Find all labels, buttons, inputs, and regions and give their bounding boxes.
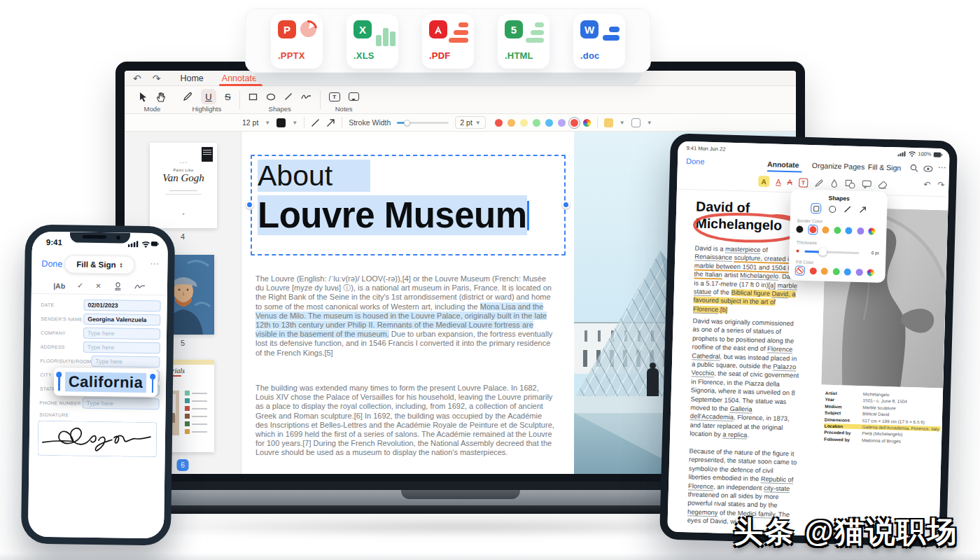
fill-orange[interactable] bbox=[821, 267, 828, 274]
text-selection-bubble[interactable]: California bbox=[54, 368, 158, 397]
comment-note-icon[interactable] bbox=[349, 92, 359, 101]
thickness-slider[interactable]: 6 pt bbox=[796, 246, 878, 257]
ipad-redo-icon[interactable]: ↷ bbox=[937, 180, 944, 190]
signature-tool-icon[interactable] bbox=[134, 283, 146, 290]
color-wheel[interactable] bbox=[583, 119, 591, 127]
address-field[interactable]: Type here bbox=[83, 342, 160, 354]
selection-handle-right[interactable] bbox=[562, 201, 570, 209]
selection-handle-left[interactable] bbox=[246, 201, 253, 209]
eraser-tool-icon[interactable] bbox=[878, 180, 888, 189]
sender-name-field[interactable]: Georgina Valenzuela bbox=[83, 314, 160, 326]
fill-color-wheel[interactable] bbox=[867, 269, 874, 276]
field-label: PHONE NUMBER bbox=[40, 400, 81, 405]
ellipse-shape-icon[interactable] bbox=[266, 92, 276, 102]
border-color-swatch[interactable] bbox=[631, 118, 640, 127]
strikethrough-tool[interactable]: S bbox=[225, 92, 231, 102]
ipad-undo-icon[interactable]: ↶ bbox=[923, 180, 930, 190]
color-dot-red[interactable] bbox=[495, 119, 503, 127]
fill-purple[interactable] bbox=[855, 269, 862, 276]
phone-done-button[interactable]: Done bbox=[41, 259, 62, 269]
arrow-shape[interactable] bbox=[859, 206, 867, 214]
stamp-tool-icon[interactable] bbox=[113, 281, 122, 290]
shapes-tool-icon[interactable] bbox=[845, 179, 855, 188]
floor-field[interactable]: Type here bbox=[92, 356, 160, 368]
line-shape[interactable] bbox=[844, 205, 851, 213]
color-dot-green[interactable] bbox=[533, 119, 540, 127]
border-color-label: Border Color bbox=[797, 218, 822, 223]
rectangle-shape-icon[interactable] bbox=[248, 92, 258, 102]
thumbnail-page-4[interactable]: ~ ~ ~ Paint Like Van Gogh ✦ bbox=[150, 143, 217, 228]
highlight-tool-selected[interactable]: A bbox=[758, 176, 769, 187]
pencil-tool-icon[interactable] bbox=[814, 178, 823, 188]
cross-tool[interactable]: ✕ bbox=[95, 282, 102, 290]
circle-shape[interactable] bbox=[829, 205, 836, 212]
ink-shape-icon[interactable] bbox=[301, 92, 312, 101]
pencil-icon[interactable] bbox=[183, 92, 192, 102]
ipad-tab-annotate[interactable]: Annotate bbox=[767, 160, 799, 169]
view-settings-icon[interactable] bbox=[923, 165, 933, 172]
slider-knob[interactable] bbox=[818, 247, 827, 255]
font-size-select[interactable]: 12 pt bbox=[242, 118, 258, 127]
company-field[interactable]: Type here bbox=[83, 328, 160, 340]
square-shape-selected[interactable] bbox=[811, 203, 821, 214]
date-field[interactable]: 02/01/2023 bbox=[83, 300, 160, 312]
border-color-wheel[interactable] bbox=[868, 227, 875, 234]
text-note-icon[interactable]: T bbox=[329, 92, 340, 102]
phone-number-field[interactable]: Type here bbox=[83, 398, 160, 410]
comment-tool-icon[interactable] bbox=[862, 180, 872, 188]
tab-annotate[interactable]: Annotate bbox=[222, 74, 257, 83]
fill-red[interactable] bbox=[809, 267, 816, 274]
border-black[interactable] bbox=[796, 225, 803, 232]
ipad-tab-organize[interactable]: Organize Pages bbox=[812, 161, 865, 171]
border-red-selected[interactable] bbox=[808, 225, 818, 234]
color-dot-orange[interactable] bbox=[507, 119, 515, 127]
search-icon[interactable] bbox=[910, 164, 918, 172]
stroke-width-slider[interactable] bbox=[397, 120, 449, 126]
shapes-group: Shapes bbox=[240, 86, 320, 113]
color-dot-purple[interactable] bbox=[558, 119, 566, 127]
underline-tool[interactable]: A bbox=[776, 178, 781, 186]
color-dot-blue[interactable] bbox=[545, 119, 553, 127]
line-tool-icon[interactable] bbox=[311, 118, 320, 127]
stroke-pt-select[interactable]: 2 pt▼ bbox=[455, 116, 485, 129]
border-blue[interactable] bbox=[845, 227, 852, 234]
line-shape-icon[interactable] bbox=[284, 92, 293, 101]
pen-tool-icon[interactable] bbox=[830, 178, 839, 188]
underline-tool-selected[interactable]: U bbox=[201, 89, 216, 104]
cursor-icon[interactable] bbox=[139, 92, 148, 102]
text-color-swatch[interactable] bbox=[276, 118, 286, 127]
tile-xls: X .XLS bbox=[346, 14, 398, 69]
fill-sign-title: Fill & Sign bbox=[76, 260, 115, 270]
more-icon[interactable]: ⋯ bbox=[938, 162, 946, 172]
strikethrough-tool[interactable]: A bbox=[787, 178, 792, 186]
tab-home[interactable]: Home bbox=[180, 74, 203, 83]
undo-icon[interactable]: ↶ bbox=[133, 74, 141, 83]
signature-box[interactable] bbox=[38, 421, 158, 457]
border-orange[interactable] bbox=[822, 226, 829, 233]
selection-handle-start[interactable] bbox=[58, 372, 60, 391]
fill-blue[interactable] bbox=[844, 268, 851, 275]
border-purple[interactable] bbox=[857, 227, 864, 234]
text-tool[interactable]: T bbox=[799, 178, 808, 187]
color-dot-yellow[interactable] bbox=[520, 119, 528, 127]
text-field-tool[interactable]: |Ab bbox=[53, 281, 65, 290]
fill-color-swatch[interactable] bbox=[604, 118, 613, 127]
fill-sign-selector[interactable]: Fill & Sign ▲▼ bbox=[64, 255, 134, 274]
hand-icon[interactable] bbox=[156, 92, 166, 102]
slider-knob[interactable] bbox=[404, 120, 410, 126]
fill-none-selected[interactable] bbox=[795, 265, 805, 275]
ipad-tab-fillsign[interactable]: Fill & Sign bbox=[868, 162, 902, 172]
phone-more-icon[interactable]: ⋯ bbox=[150, 258, 159, 269]
redo-icon[interactable]: ↷ bbox=[153, 74, 161, 83]
format-divider bbox=[304, 117, 304, 128]
fill-color-label: Fill Color bbox=[796, 259, 813, 265]
fill-green[interactable] bbox=[832, 268, 839, 275]
annotate-toolbar: Mode U S Highlights bbox=[125, 86, 796, 114]
check-tool[interactable]: ✓ bbox=[77, 281, 83, 290]
color-dot-red-selected[interactable] bbox=[570, 119, 578, 127]
selection-handle-end[interactable] bbox=[151, 374, 153, 393]
border-green[interactable] bbox=[834, 227, 841, 234]
format-card: P .PPTX X .XLS .PDF 5 .HTML bbox=[245, 8, 651, 73]
ipad-done-button[interactable]: Done bbox=[686, 157, 705, 166]
arrow-tool-icon[interactable] bbox=[326, 118, 335, 127]
